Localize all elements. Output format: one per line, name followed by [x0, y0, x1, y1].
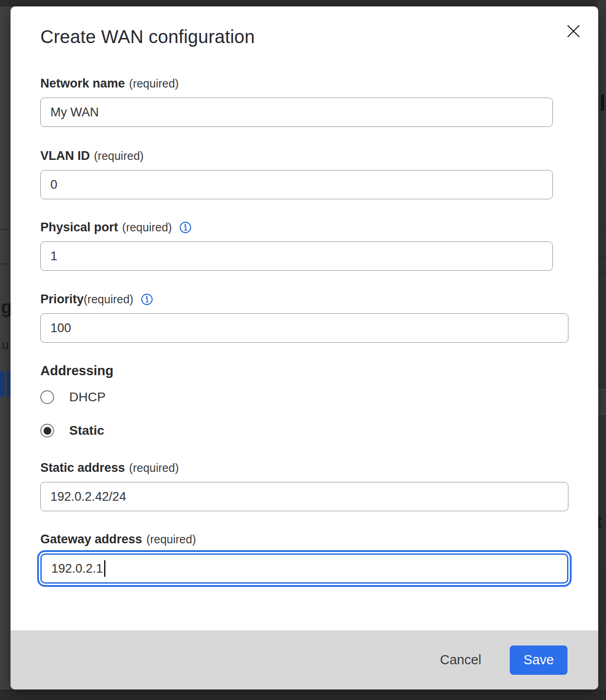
- info-icon[interactable]: [179, 221, 192, 234]
- backdrop-heading-fragment: gu: [1, 297, 11, 317]
- radio-option-label: DHCP: [69, 390, 105, 405]
- backdrop-bottom-strip: [0, 689, 606, 700]
- backdrop-table-line: [597, 273, 606, 273]
- radio-option-static[interactable]: Static: [40, 423, 598, 438]
- backdrop-text-fragment: u: [2, 338, 11, 352]
- network-name-label: Network name (required): [40, 76, 598, 91]
- radio-option-label: Static: [69, 423, 104, 438]
- info-icon[interactable]: [141, 293, 153, 306]
- field-label-text: VLAN ID: [40, 148, 90, 164]
- vlan-id-input[interactable]: 0: [40, 170, 553, 199]
- field-label-text: Priority: [40, 291, 84, 307]
- backdrop-blue-button-fragment: [7, 371, 11, 397]
- backdrop-top-strip: [0, 0, 606, 6]
- field-label-text: Gateway address: [40, 531, 142, 547]
- input-value: 192.0.2.1: [51, 562, 103, 576]
- backdrop-panel-fragment: [597, 389, 606, 415]
- priority-input[interactable]: 100: [40, 313, 568, 343]
- gateway-address-label: Gateway address (required): [40, 531, 598, 547]
- field-label-text: Static address: [40, 460, 125, 476]
- save-button[interactable]: Save: [510, 645, 567, 675]
- cancel-button[interactable]: Cancel: [434, 648, 488, 672]
- backdrop-table-line: [0, 263, 11, 264]
- vlan-id-label: VLAN ID (required): [40, 148, 598, 164]
- radio-option-dhcp[interactable]: DHCP: [40, 390, 598, 405]
- input-value: 1: [50, 249, 57, 263]
- create-wan-configuration-dialog: Create WAN configuration Network name (r…: [11, 6, 598, 689]
- backdrop-table-line: [597, 226, 606, 227]
- physical-port-input[interactable]: 1: [40, 241, 553, 271]
- backdrop-table-line: [0, 229, 11, 230]
- backdrop-table-line: [597, 257, 606, 257]
- input-value: 100: [50, 321, 71, 335]
- required-hint: (required): [94, 148, 143, 164]
- text-cursor: [104, 560, 105, 577]
- required-hint: (required): [129, 76, 179, 91]
- static-address-label: Static address (required): [40, 460, 598, 476]
- backdrop-blue-button-fragment: [0, 371, 5, 397]
- input-value: 0: [50, 178, 57, 192]
- required-hint: (required): [129, 460, 179, 476]
- static-address-input[interactable]: 192.0.2.42/24: [40, 482, 568, 511]
- radio-unchecked-icon: [40, 390, 54, 404]
- required-hint: (required): [84, 291, 133, 307]
- dialog-title: Create WAN configuration: [40, 27, 598, 47]
- dialog-footer: Cancel Save: [11, 630, 598, 689]
- physical-port-label: Physical port (required): [40, 219, 598, 235]
- addressing-heading: Addressing: [40, 362, 598, 379]
- input-value: 192.0.2.42/24: [50, 490, 126, 504]
- field-label-text: Network name: [40, 76, 125, 91]
- gateway-address-input[interactable]: 192.0.2.1: [40, 553, 568, 584]
- radio-checked-icon: [40, 424, 54, 438]
- network-name-input[interactable]: My WAN: [40, 98, 553, 127]
- required-hint: (required): [146, 531, 196, 547]
- input-value: My WAN: [50, 105, 99, 120]
- backdrop-text-mark: [601, 94, 604, 111]
- priority-label: Priority (required): [40, 291, 598, 307]
- required-hint: (required): [122, 219, 172, 235]
- field-label-text: Physical port: [40, 219, 118, 235]
